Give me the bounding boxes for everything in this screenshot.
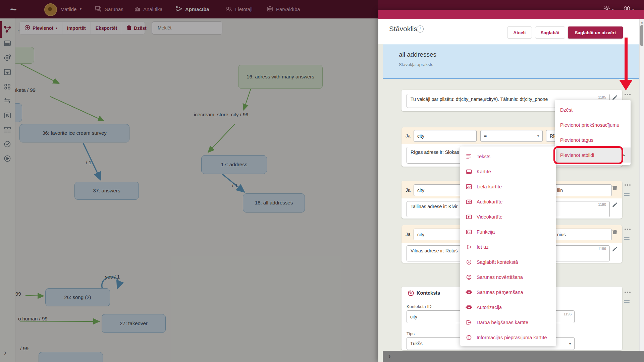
- save-button[interactable]: Saglabāt: [535, 26, 565, 39]
- scrollbar-thumb[interactable]: [640, 25, 643, 46]
- submenu-item-sarunas-novērtēšana[interactable]: Sarunas novērtēšana: [460, 269, 556, 285]
- context-title: Konteksts: [417, 290, 440, 296]
- save-and-close-button[interactable]: Saglabāt un aizvērt: [568, 26, 623, 39]
- answer-text: Tu vaicāji par pilsētu: dt(city_name,#ci…: [411, 97, 548, 102]
- modal-dim-overlay: [0, 0, 378, 362]
- expand-chevron[interactable]: ›: [388, 352, 391, 360]
- add-answer-submenu: TekstsKartīteLielā kartīteAudiokartīteVi…: [460, 146, 556, 346]
- condition-variable-input[interactable]: city: [414, 130, 477, 142]
- if-label: Ja: [406, 187, 411, 193]
- char-count: 1190: [598, 202, 606, 206]
- drag-handle[interactable]: [624, 192, 630, 197]
- save-context-icon: [407, 290, 415, 298]
- submenu-item-saglabāt-kontekstā[interactable]: Saglabāt kontekstā: [460, 254, 556, 269]
- func-icon: [466, 229, 472, 235]
- if-label: Ja: [406, 133, 411, 138]
- panel-scrollbar[interactable]: ▲: [639, 19, 644, 362]
- submenu-item-teksts[interactable]: Teksts: [460, 149, 556, 164]
- infoc-icon: [466, 335, 472, 340]
- cardic-icon: [466, 169, 472, 174]
- ctx-icon: [466, 259, 472, 265]
- condition-operator-select[interactable]: =▾: [480, 130, 543, 142]
- submenu-arrow-icon: ▸: [623, 153, 625, 157]
- goto-icon: [466, 244, 472, 250]
- annotation-arrow-head: [619, 80, 633, 90]
- char-count: 1196: [564, 312, 572, 316]
- submenu-item-informācijas-pieprasījuma-kartīte[interactable]: Informācijas pieprasījuma kartīte: [460, 330, 556, 345]
- submenu-item-kartīte[interactable]: Kartīte: [460, 164, 556, 179]
- bottom-collapsed-bar[interactable]: ›: [383, 351, 644, 362]
- more-options-icon[interactable]: [625, 229, 631, 230]
- menu-item-pievienot-tagus[interactable]: Pievienot tagus: [555, 132, 631, 147]
- drag-handle[interactable]: [624, 236, 630, 241]
- panel-accent-bar: [378, 10, 644, 19]
- char-count: 1185: [598, 95, 606, 99]
- if-label: Ja: [406, 232, 411, 237]
- submenu-item-darba-beigšanas-kartīte[interactable]: Darba beigšanas kartīte: [460, 315, 556, 330]
- more-options-icon[interactable]: [625, 184, 631, 186]
- scroll-up-arrow[interactable]: ▲: [640, 20, 644, 24]
- annotation-arrow: [625, 38, 628, 80]
- edit-pencil-icon[interactable]: [612, 247, 617, 253]
- menu-item-dzēst[interactable]: Dzēst: [555, 102, 631, 117]
- robot-icon: [466, 305, 472, 310]
- submenu-item-autorizācija[interactable]: Autorizācija: [460, 300, 556, 315]
- robot-icon: [466, 290, 472, 295]
- context-type-label: Tips: [407, 331, 415, 336]
- edit-pencil-icon[interactable]: [612, 202, 617, 209]
- more-options-icon[interactable]: [625, 94, 631, 95]
- state-editor-panel: Stāvoklis i Atcelt Saglabāt Saglabāt un …: [378, 10, 644, 362]
- bigcard-icon: [466, 184, 472, 189]
- submenu-item-funkcija[interactable]: Funkcija: [460, 224, 556, 239]
- cancel-button[interactable]: Atcelt: [507, 26, 532, 39]
- annotation-highlight-box: [553, 146, 623, 164]
- submenu-item-videokartīte[interactable]: Videokartīte: [460, 209, 556, 224]
- lines-icon: [466, 154, 472, 159]
- video-icon: [466, 214, 472, 220]
- context-id-label: Konteksta ID: [407, 304, 431, 309]
- state-description-label: Stāvokļa apraksts: [399, 62, 433, 67]
- char-count: 1189: [598, 247, 606, 251]
- submenu-item-iet-uz[interactable]: Iet uz: [460, 239, 556, 254]
- trash-icon[interactable]: [612, 229, 617, 236]
- panel-header: Stāvoklis i Atcelt Saglabāt Saglabāt un …: [378, 19, 644, 44]
- submenu-item-lielā-kartīte[interactable]: Lielā kartīte: [460, 179, 556, 194]
- more-options-icon[interactable]: [625, 292, 631, 293]
- submenu-item-audiokartīte[interactable]: Audiokartīte: [460, 194, 556, 209]
- state-info-banner: all addresses Stāvokļa apraksts: [383, 44, 639, 79]
- trash-icon[interactable]: [612, 185, 617, 192]
- audio-icon: [466, 199, 472, 204]
- exitcard-icon: [466, 320, 472, 325]
- drag-handle[interactable]: [624, 299, 630, 304]
- menu-item-pievienot-priekšnosacījumu[interactable]: Pievienot priekšnosacījumu: [555, 117, 631, 132]
- state-name: all addresses: [399, 51, 436, 58]
- submenu-item-sarunas-pārņemšana[interactable]: Sarunas pārņemšana: [460, 285, 556, 300]
- smiley-icon: [466, 275, 472, 280]
- info-icon[interactable]: i: [417, 25, 424, 33]
- page-title: Stāvoklis: [389, 25, 417, 33]
